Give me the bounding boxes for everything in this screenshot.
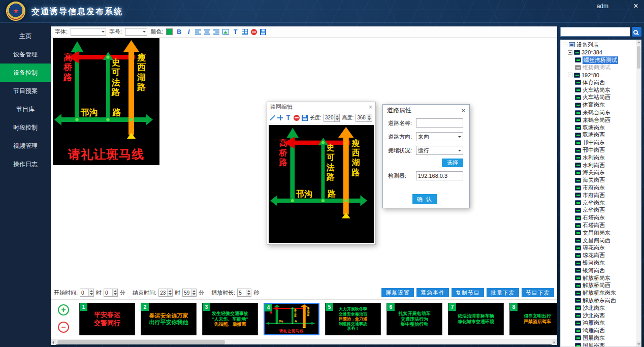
- sidebar-item[interactable]: 时段控制: [0, 118, 51, 137]
- remove-program-button[interactable]: −: [58, 322, 69, 333]
- tree-root[interactable]: 设备列表: [562, 41, 635, 49]
- timebar-button[interactable]: 紧急事件: [416, 288, 449, 297]
- dialog-close-icon[interactable]: ×: [461, 107, 465, 114]
- tree-device[interactable]: 双塘岗东: [562, 124, 635, 132]
- stepper-arrows[interactable]: [191, 289, 196, 296]
- collapse-toggle-icon[interactable]: [568, 73, 572, 77]
- stepper-arrows[interactable]: [88, 289, 93, 296]
- tree-device[interactable]: 石塔岗东: [562, 214, 635, 222]
- playlist-item[interactable]: 8倡导文明出行严禁酒后驾车: [509, 303, 557, 335]
- font-select[interactable]: [71, 28, 106, 36]
- bold-icon[interactable]: B: [176, 28, 182, 36]
- collapse-toggle-icon[interactable]: [568, 50, 572, 55]
- color-swatch[interactable]: [166, 28, 173, 35]
- horizontal-scrollbar[interactable]: [51, 339, 557, 344]
- tree-device[interactable]: 火车站岗西: [562, 94, 635, 102]
- tree-device[interactable]: 琼花岗东: [562, 244, 635, 252]
- tree-device[interactable]: 国展岗西: [562, 342, 635, 346]
- sign-preview[interactable]: 高桥路史可法路瘦西湖路邗沟路请礼让斑马线: [53, 38, 159, 165]
- tree-group[interactable]: 192*80: [562, 71, 635, 79]
- tree-device[interactable]: 银河岗西: [562, 267, 635, 274]
- scroll-down-arrow[interactable]: [636, 341, 641, 346]
- sidebar-item[interactable]: 主页: [0, 27, 51, 45]
- move-tool-icon[interactable]: [277, 115, 283, 120]
- tree-device[interactable]: 解放桥东岗东: [562, 289, 635, 297]
- tree-device[interactable]: 火车站岗东: [562, 86, 635, 94]
- start-minute-stepper[interactable]: 0: [104, 289, 118, 297]
- stepper-arrows[interactable]: [367, 114, 372, 121]
- search-button[interactable]: [632, 27, 641, 37]
- tree-group[interactable]: 320*384: [562, 49, 635, 56]
- select-detector-button[interactable]: 选择: [442, 159, 463, 167]
- collapse-toggle-icon[interactable]: [563, 43, 567, 47]
- tree-device[interactable]: 维扬商测试: [562, 64, 635, 71]
- tree-device[interactable]: 市府岗东: [562, 184, 635, 192]
- tree-scrollbar[interactable]: [636, 40, 641, 346]
- road-name-input[interactable]: [416, 118, 463, 128]
- end-minute-stepper[interactable]: 59: [182, 289, 197, 297]
- tree-device[interactable]: 水利岗东: [562, 154, 635, 162]
- tree-device[interactable]: 来鹤台岗西: [562, 116, 635, 124]
- tree-device[interactable]: 螺丝湾桥测试: [562, 56, 635, 64]
- editor-window-titlebar[interactable]: 路网编辑 ×: [267, 102, 375, 112]
- playlist-item[interactable]: 7依法治理非标车辆净化城市交通环境: [448, 303, 504, 335]
- editor-canvas[interactable]: 高桥路史可法路瘦西湖路邗沟路: [269, 125, 374, 243]
- playlist-item[interactable]: 2春运安全连万家出行平安你我他: [141, 303, 197, 335]
- sidebar-item[interactable]: 设备控制: [0, 64, 51, 82]
- delete-icon[interactable]: [251, 29, 257, 35]
- align-right-icon[interactable]: [213, 29, 219, 35]
- tree-device[interactable]: 体育岗东: [562, 101, 635, 109]
- tree-device[interactable]: 海关岗西: [562, 176, 635, 184]
- playlist-item[interactable]: 6扎实开展电动车交通违法行为集中整治行动: [387, 303, 442, 335]
- tree-device[interactable]: 邗中岗西: [562, 146, 635, 154]
- congestion-select[interactable]: 缓行: [416, 146, 463, 155]
- detector-input[interactable]: 192.168.0.3: [416, 171, 463, 180]
- dialog-titlebar[interactable]: 道路属性 ×: [383, 105, 469, 116]
- stepper-arrows[interactable]: [246, 289, 251, 296]
- tree-device[interactable]: 文昌阁岗西: [562, 237, 635, 244]
- timebar-button[interactable]: 节目下发: [522, 288, 554, 297]
- tree-scroll-thumb[interactable]: [637, 46, 640, 69]
- device-search-input[interactable]: [560, 27, 630, 37]
- height-stepper[interactable]: 368: [356, 114, 372, 122]
- sidebar-item[interactable]: 节目库: [0, 100, 51, 118]
- road-direction-select[interactable]: 来向: [416, 132, 463, 141]
- add-program-button[interactable]: +: [58, 304, 69, 316]
- editor-delete-icon[interactable]: [294, 115, 300, 121]
- tree-device[interactable]: 鸿雁岗西: [562, 327, 635, 334]
- editor-save-icon[interactable]: [302, 115, 308, 121]
- playlist-item[interactable]: 3发生轻微交通事故“人未伤、车能动”先拍照、后撤离: [202, 303, 258, 335]
- horizontal-scroll-thumb[interactable]: [57, 340, 225, 344]
- confirm-button[interactable]: 确 认: [412, 194, 437, 204]
- align-left-icon[interactable]: [195, 29, 201, 35]
- length-stepper[interactable]: 320: [324, 114, 340, 122]
- tree-device[interactable]: 解放桥岗西: [562, 282, 635, 290]
- playlist-item[interactable]: 1平安春运交警同行: [79, 303, 135, 335]
- tree-device[interactable]: 水利岗西: [562, 162, 635, 169]
- tree-device[interactable]: 海关岗东: [562, 169, 635, 177]
- text-tool-icon[interactable]: T: [232, 28, 239, 36]
- playlist-item[interactable]: 4高桥路史可法路瘦西湖路邗沟路请礼让斑马线: [264, 303, 319, 335]
- align-center-icon[interactable]: [204, 29, 210, 35]
- duration-stepper[interactable]: 5: [237, 289, 251, 297]
- layout-grid-icon[interactable]: [242, 29, 248, 35]
- save-icon[interactable]: [260, 29, 266, 35]
- stepper-arrows[interactable]: [334, 114, 339, 121]
- tree-device[interactable]: 市府岗西: [562, 192, 635, 199]
- tree-device[interactable]: 沙北岗东: [562, 304, 635, 312]
- tree-device[interactable]: 文昌阁岗东: [562, 229, 635, 237]
- sidebar-item[interactable]: 设备管理: [0, 45, 51, 64]
- timebar-button[interactable]: 屏幕设置: [381, 288, 414, 297]
- tree-device[interactable]: 琼花岗西: [562, 251, 635, 259]
- sidebar-item[interactable]: 操作日志: [0, 155, 51, 173]
- italic-icon[interactable]: I: [185, 28, 192, 36]
- tree-device[interactable]: 鸿雁岗东: [562, 319, 635, 327]
- tree-device[interactable]: 石塔岗西: [562, 222, 635, 229]
- tree-device[interactable]: 京华岗东: [562, 199, 635, 207]
- insert-image-icon[interactable]: [222, 29, 229, 35]
- end-hour-stepper[interactable]: 23: [158, 289, 173, 297]
- sidebar-item[interactable]: 节目预案: [0, 82, 51, 100]
- timebar-button[interactable]: 复制节目: [452, 288, 484, 297]
- tree-device[interactable]: 国展岗东: [562, 334, 635, 342]
- playlist-item[interactable]: 5大力开展秋冬季交通安全整治百日整治，全力遏制道路交通事故形势！: [325, 303, 381, 335]
